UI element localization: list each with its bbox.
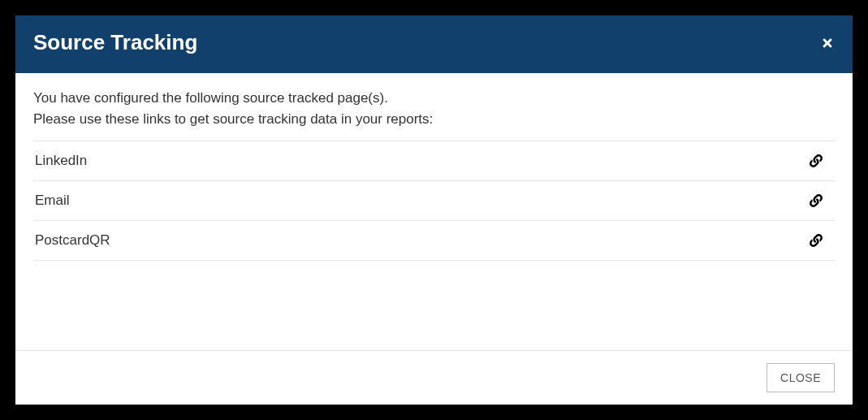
intro-line-2: Please use these links to get source tra…	[33, 109, 835, 130]
source-tracking-modal: Source Tracking You have configured the …	[15, 15, 853, 405]
modal-footer: CLOSE	[15, 350, 853, 405]
source-list: LinkedIn Email PostcardQR	[33, 141, 835, 261]
modal-header: Source Tracking	[15, 15, 853, 73]
link-icon[interactable]	[809, 193, 823, 208]
source-row: Email	[33, 181, 835, 221]
source-name: LinkedIn	[35, 153, 87, 169]
modal-body: You have configured the following source…	[15, 73, 853, 350]
intro-line-1: You have configured the following source…	[33, 88, 835, 109]
link-icon[interactable]	[809, 233, 823, 248]
source-row: PostcardQR	[33, 221, 835, 261]
source-name: Email	[35, 193, 70, 209]
modal-title: Source Tracking	[33, 30, 197, 55]
source-row: LinkedIn	[33, 141, 835, 181]
close-icon[interactable]	[820, 36, 835, 50]
link-icon[interactable]	[809, 154, 823, 168]
close-button[interactable]: CLOSE	[767, 363, 835, 392]
source-name: PostcardQR	[35, 232, 110, 249]
intro-text: You have configured the following source…	[33, 88, 835, 131]
